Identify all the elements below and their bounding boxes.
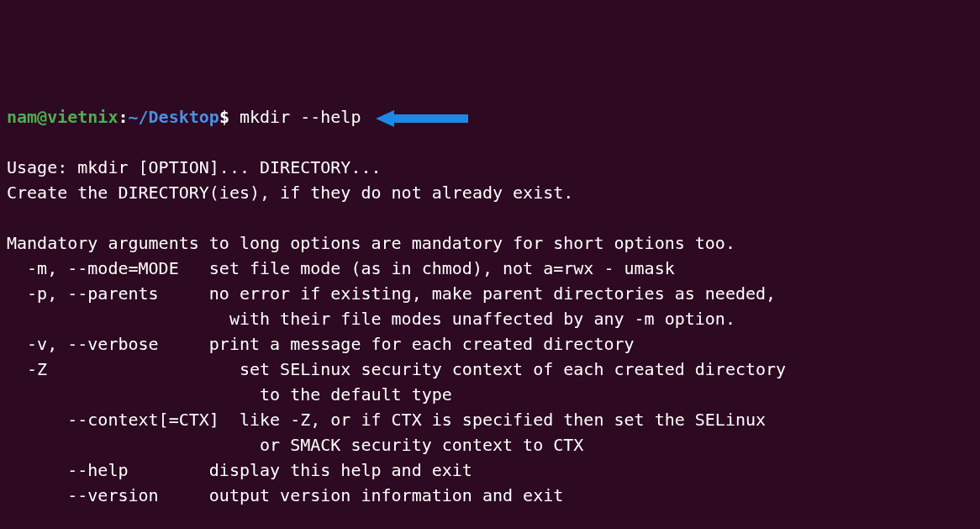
prompt-colon: : bbox=[118, 107, 128, 127]
output-line bbox=[7, 205, 973, 230]
svg-marker-0 bbox=[376, 110, 468, 127]
annotation-arrow-icon bbox=[376, 109, 468, 128]
output-line: --context[=CTX] like -Z, or if CTX is sp… bbox=[7, 407, 973, 432]
output-line: --version output version information and… bbox=[7, 483, 973, 508]
terminal-output: Usage: mkdir [OPTION]... DIRECTORY...Cre… bbox=[7, 155, 973, 529]
output-line: -v, --verbose print a message for each c… bbox=[7, 331, 973, 357]
output-line: -m, --mode=MODE set file mode (as in chm… bbox=[7, 256, 973, 281]
output-line: to the default type bbox=[7, 382, 973, 407]
prompt-user: nam@vietnix bbox=[7, 107, 118, 127]
prompt-dollar: $ bbox=[219, 107, 229, 127]
output-line: with their file modes unaffected by any … bbox=[7, 306, 973, 331]
output-line bbox=[7, 508, 973, 529]
output-line: Usage: mkdir [OPTION]... DIRECTORY... bbox=[7, 155, 973, 180]
output-line: Mandatory arguments to long options are … bbox=[7, 230, 973, 256]
output-line: -Z set SELinux security context of each … bbox=[7, 357, 973, 382]
output-line: or SMACK security context to CTX bbox=[7, 432, 973, 458]
output-line: -p, --parents no error if existing, make… bbox=[7, 281, 973, 306]
command-text: mkdir --help bbox=[229, 107, 361, 127]
prompt-path: ~/Desktop bbox=[129, 107, 219, 127]
output-line: --help display this help and exit bbox=[7, 458, 973, 483]
terminal-line[interactable]: nam@vietnix:~/Desktop$ mkdir --help bbox=[7, 104, 973, 130]
output-line: Create the DIRECTORY(ies), if they do no… bbox=[7, 180, 973, 205]
